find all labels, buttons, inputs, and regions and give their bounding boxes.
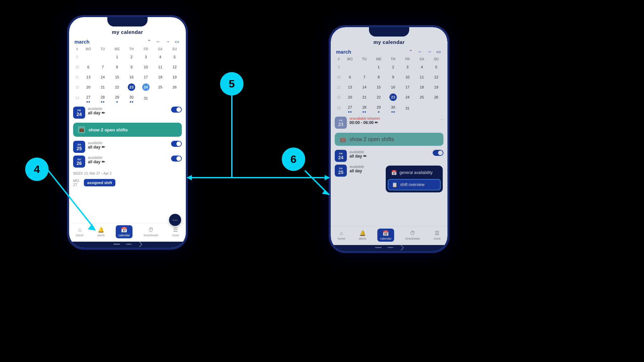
open-shifts-button[interactable]: 💼 show 2 open shifts bbox=[73, 123, 182, 137]
p2-avail-label: available bbox=[350, 150, 430, 154]
phone2-month-label: march bbox=[336, 49, 406, 55]
day-30[interactable]: 30 bbox=[124, 92, 139, 104]
p2-week-11: 11 bbox=[335, 82, 343, 92]
p2-week-13: 13 bbox=[335, 102, 343, 114]
phone-2: my calendar march ⌃ ← → ▭ # MO TU WE TH … bbox=[329, 25, 449, 253]
avail-info-su26: available all day ✏ bbox=[88, 156, 168, 164]
p2-open-shifts-button[interactable]: 💼 show 2 open shifts bbox=[335, 133, 443, 146]
calendar-icon[interactable]: ▭ bbox=[173, 38, 180, 45]
week-12: 12 bbox=[73, 82, 81, 92]
day-31[interactable]: 31 bbox=[139, 92, 153, 104]
p2-nav-home[interactable]: ⌂ home bbox=[335, 229, 348, 242]
p2-avail-info-fr23: unavailable between 00:00 - 06:00 ✏ bbox=[350, 117, 438, 125]
phone2-home-indicator bbox=[331, 245, 447, 251]
prev-icon[interactable]: ← bbox=[155, 38, 162, 45]
day-21[interactable]: 21 bbox=[96, 82, 110, 92]
avail-toggle-fr24[interactable] bbox=[171, 107, 182, 113]
day-9[interactable]: 9 bbox=[124, 62, 139, 72]
day-18[interactable]: 18 bbox=[153, 72, 167, 82]
p2-col-sa: SA bbox=[415, 56, 429, 62]
week-11: 11 bbox=[73, 72, 81, 82]
avail-row-sa25: SA 25 available all day ✏ bbox=[73, 141, 182, 153]
phone2-expand-icon[interactable]: ⌃ bbox=[408, 48, 414, 55]
day-6[interactable]: 6 bbox=[81, 62, 96, 72]
day-23-today[interactable]: 23 bbox=[124, 82, 139, 92]
avail-label-fr24: available bbox=[88, 107, 168, 111]
day-26[interactable]: 26 bbox=[167, 82, 182, 92]
avail-label-su26: available bbox=[88, 156, 168, 160]
nav-more[interactable]: ☰ more bbox=[169, 225, 182, 238]
p2-avail-row-fr23: FR 23 unavailable between 00:00 - 06:00 … bbox=[335, 117, 443, 129]
briefcase-icon: 💼 bbox=[78, 126, 85, 133]
day-20[interactable]: 20 bbox=[81, 82, 96, 92]
home-icon: ⌂ bbox=[78, 227, 82, 233]
col-header-su: SU bbox=[167, 46, 182, 52]
p2-col-th: TH bbox=[386, 56, 400, 62]
nav-home[interactable]: ⌂ home bbox=[73, 226, 86, 238]
day-17[interactable]: 17 bbox=[139, 72, 153, 82]
p2-avail-row-fr24: FR 24 available all day ✏ bbox=[335, 150, 443, 162]
p2-home-icon: ⌂ bbox=[340, 230, 343, 236]
day-22[interactable]: 22 bbox=[110, 82, 124, 92]
day-2[interactable]: 2 bbox=[124, 52, 139, 62]
day-24-today2[interactable]: 24 bbox=[139, 82, 153, 92]
popup-general-availability[interactable]: 📅 general availability bbox=[388, 168, 441, 178]
p2-nav-calendar[interactable]: 📅 calendar bbox=[377, 229, 394, 242]
phone1-bottom-nav: ⌂ home 🔔 alerts 📅 calendar ⏱ timesheets … bbox=[69, 223, 186, 242]
popup-shift-overview[interactable]: 📋 shift overview bbox=[388, 179, 441, 190]
day-4[interactable]: 4 bbox=[153, 52, 167, 62]
nav-timesheets[interactable]: ⏱ timesheets bbox=[141, 226, 161, 238]
p2-nav-timesheets[interactable]: ⏱ timesheets bbox=[402, 229, 423, 242]
nav-calendar[interactable]: 📅 calendar bbox=[116, 225, 133, 238]
fab-button[interactable]: ⋯ bbox=[169, 214, 181, 226]
day-16[interactable]: 16 bbox=[124, 72, 139, 82]
day-10[interactable]: 10 bbox=[139, 62, 153, 72]
bubble-4-label: 4 bbox=[34, 163, 40, 176]
phone2-cal-grid: # MO TU WE TH FR SA SU 9 1 2 3 4 5 10 6 … bbox=[331, 56, 447, 114]
day-29[interactable]: 29 bbox=[110, 92, 124, 104]
phone1-home-indicator bbox=[69, 242, 186, 248]
p2-bell-icon: 🔔 bbox=[359, 230, 366, 236]
calendar-tab-icon: 📅 bbox=[121, 227, 127, 233]
week-13: 13 bbox=[73, 92, 81, 104]
day-28[interactable]: 28 bbox=[96, 92, 110, 104]
avail-toggle-su26[interactable] bbox=[171, 156, 182, 162]
phone2-prev-icon[interactable]: ← bbox=[416, 48, 424, 55]
day-5[interactable]: 5 bbox=[167, 52, 182, 62]
p2-col-mo: MO bbox=[343, 56, 357, 62]
next-icon[interactable]: → bbox=[164, 38, 171, 45]
day-13[interactable]: 13 bbox=[81, 72, 96, 82]
day-14[interactable]: 14 bbox=[96, 72, 110, 82]
day-25[interactable]: 25 bbox=[153, 82, 167, 92]
day-8[interactable]: 8 bbox=[110, 62, 124, 72]
day-12[interactable]: 12 bbox=[167, 62, 182, 72]
day-27[interactable]: 27 bbox=[81, 92, 96, 104]
p2-briefcase-icon: 💼 bbox=[339, 136, 346, 142]
day-1[interactable]: 1 bbox=[110, 52, 124, 62]
p2-nav-alerts[interactable]: 🔔 alerts bbox=[356, 229, 369, 242]
step-bubble-6: 6 bbox=[282, 147, 305, 171]
avail-info-fr24: available all day ✏ bbox=[88, 107, 168, 115]
expand-icon[interactable]: ⌃ bbox=[146, 38, 153, 45]
phone2-cal-nav: march ⌃ ← → ▭ bbox=[331, 47, 447, 56]
day-7[interactable]: 7 bbox=[96, 62, 110, 72]
col-header-hash: # bbox=[73, 46, 81, 52]
nav-alerts[interactable]: 🔔 alerts bbox=[95, 225, 107, 238]
week-9: 9 bbox=[73, 52, 81, 62]
step-bubble-5: 5 bbox=[220, 72, 244, 96]
day-3[interactable]: 3 bbox=[139, 52, 153, 62]
phone2-calendar-icon[interactable]: ▭ bbox=[435, 48, 442, 55]
phone2-next-icon[interactable]: → bbox=[426, 48, 433, 55]
month-label: march bbox=[74, 39, 144, 45]
bubble-6-label: 6 bbox=[290, 153, 297, 166]
col-header-sa: SA bbox=[153, 46, 167, 52]
avail-toggle-sa25[interactable] bbox=[171, 141, 182, 147]
p2-nav-more[interactable]: ☰ more bbox=[431, 229, 443, 242]
p2-avail-toggle[interactable] bbox=[433, 150, 443, 156]
p2-date-badge-fr23: FR 23 bbox=[335, 117, 347, 129]
day-11[interactable]: 11 bbox=[153, 62, 167, 72]
day-15[interactable]: 15 bbox=[110, 72, 124, 82]
day-19[interactable]: 19 bbox=[167, 72, 182, 82]
p2-avail-allday: all day ✏ bbox=[350, 154, 430, 159]
phone-1: my calendar march ⌃ ← → ▭ # MO TU WE TH … bbox=[67, 15, 188, 250]
